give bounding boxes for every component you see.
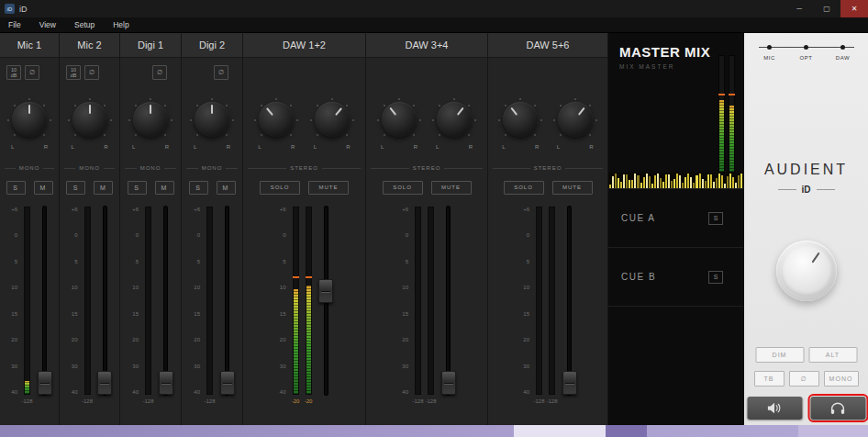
desktop-window-fragment bbox=[606, 425, 647, 437]
pan-knob[interactable]: L R bbox=[68, 98, 112, 155]
knob-body bbox=[259, 102, 294, 137]
scale-label: 40 bbox=[72, 389, 78, 395]
spectrum-bar bbox=[696, 175, 697, 188]
cue-row-a: CUE A S bbox=[608, 189, 743, 248]
fader-handle[interactable] bbox=[97, 371, 112, 395]
dim-button[interactable]: DIM bbox=[755, 347, 804, 363]
polarity-button[interactable]: ∅ bbox=[789, 371, 819, 387]
mute-button[interactable]: MUTE bbox=[552, 181, 593, 195]
fader-handle[interactable] bbox=[562, 371, 577, 395]
phase-button[interactable]: ∅ bbox=[84, 65, 99, 80]
pan-label-left: L bbox=[436, 144, 439, 150]
level-meter: -20 bbox=[306, 207, 312, 395]
pan-knob-left[interactable]: L R bbox=[254, 98, 298, 155]
mono-button[interactable]: MONO bbox=[824, 371, 859, 387]
fader-handle[interactable] bbox=[159, 371, 173, 395]
pad-button[interactable]: 10 dB bbox=[66, 65, 81, 80]
mode-line bbox=[565, 168, 603, 169]
volume-knob[interactable] bbox=[776, 241, 837, 301]
fader-handle[interactable] bbox=[318, 279, 333, 303]
cue-b-solo-button[interactable]: S bbox=[708, 271, 723, 284]
mode-label: MONO bbox=[79, 165, 100, 171]
solo-button[interactable]: S bbox=[128, 181, 147, 195]
fader-section: +6051015203040 -128 bbox=[60, 199, 119, 425]
menu-view[interactable]: View bbox=[39, 20, 56, 29]
scale-label: 30 bbox=[11, 364, 17, 369]
menu-setup[interactable]: Setup bbox=[74, 20, 95, 29]
pan-knob-left[interactable]: L R bbox=[377, 98, 421, 155]
channel-header: Digi 2 bbox=[182, 33, 242, 58]
headphones-output-button[interactable] bbox=[810, 397, 865, 420]
fader-handle[interactable] bbox=[220, 371, 235, 395]
source-opt[interactable]: OPT bbox=[796, 42, 818, 72]
pan-knob-right[interactable]: L R bbox=[553, 98, 597, 155]
pan-knob[interactable]: L R bbox=[128, 98, 172, 155]
scale-label: +6 bbox=[11, 207, 17, 212]
source-mic-label: MIC bbox=[763, 55, 775, 61]
menu-help[interactable]: Help bbox=[113, 20, 128, 29]
phase-button[interactable]: ∅ bbox=[214, 65, 228, 80]
pan-knob[interactable]: L R bbox=[190, 98, 234, 155]
mute-button[interactable]: M bbox=[34, 181, 53, 195]
master-meters bbox=[718, 55, 735, 173]
pan-label-left: L bbox=[11, 144, 14, 150]
knob-body bbox=[382, 102, 417, 137]
solo-button[interactable]: SOLO bbox=[504, 181, 544, 195]
spectrum-bar bbox=[702, 179, 704, 188]
scale-label: 0 bbox=[15, 232, 17, 238]
close-button[interactable]: ✕ bbox=[840, 0, 868, 17]
solo-button[interactable]: SOLO bbox=[260, 181, 300, 195]
solo-button[interactable]: S bbox=[189, 181, 208, 195]
menu-file[interactable]: File bbox=[8, 20, 21, 29]
mute-button[interactable]: M bbox=[94, 181, 113, 195]
mode-label: MONO bbox=[140, 165, 161, 171]
mute-button[interactable]: M bbox=[217, 181, 236, 195]
mode-row: MONO bbox=[182, 161, 242, 175]
scale-label: 15 bbox=[194, 311, 200, 317]
channel-strip-daw-3-4: DAW 3+4 L R L R STEREO SOLO MUTE +605101… bbox=[366, 33, 488, 425]
spectrum-bar bbox=[676, 174, 678, 188]
scale-label: 30 bbox=[132, 364, 139, 369]
phase-button[interactable]: ∅ bbox=[152, 65, 167, 80]
peak-indicator bbox=[306, 276, 312, 278]
monitor-row-2: TB ∅ MONO bbox=[754, 371, 859, 387]
meter-readout: -128 bbox=[21, 398, 32, 404]
cue-a-solo-button[interactable]: S bbox=[708, 212, 723, 225]
meter-fill bbox=[719, 100, 724, 172]
minimize-button[interactable]: ─ bbox=[785, 0, 813, 17]
pad-button[interactable]: 10 dB bbox=[6, 65, 21, 80]
mute-button[interactable]: M bbox=[155, 181, 174, 195]
spectrum-bar bbox=[671, 181, 673, 188]
source-mic[interactable]: MIC bbox=[759, 42, 781, 72]
pan-knob-right[interactable]: L R bbox=[432, 98, 476, 155]
maximize-button[interactable]: ▢ bbox=[813, 0, 840, 17]
talkback-button[interactable]: TB bbox=[754, 371, 785, 387]
solo-button[interactable]: SOLO bbox=[383, 181, 423, 195]
pan-knob[interactable]: L R bbox=[7, 98, 51, 155]
solo-button[interactable]: S bbox=[66, 181, 85, 195]
mute-button[interactable]: MUTE bbox=[431, 181, 472, 195]
scale-label: +6 bbox=[523, 207, 529, 212]
mode-row: STEREO bbox=[488, 161, 607, 175]
mode-label: STEREO bbox=[413, 165, 441, 171]
pan-knob-right[interactable]: L R bbox=[310, 98, 354, 155]
scale-label: 10 bbox=[523, 285, 529, 290]
solo-button[interactable]: S bbox=[6, 181, 26, 195]
knob-body bbox=[437, 102, 472, 137]
channel-strip-daw-5-6: DAW 5+6 L R L R STEREO SOLO MUTE +605101… bbox=[488, 33, 608, 425]
fader-handle[interactable] bbox=[38, 371, 52, 395]
alt-button[interactable]: ALT bbox=[808, 347, 857, 363]
pan-knob-left[interactable]: L R bbox=[498, 98, 542, 155]
source-daw[interactable]: DAW bbox=[832, 42, 854, 72]
phase-button[interactable]: ∅ bbox=[25, 65, 39, 80]
spectrum-bar bbox=[727, 176, 729, 188]
mute-button[interactable]: MUTE bbox=[308, 181, 349, 195]
scale-label: 15 bbox=[523, 311, 529, 317]
scale-label: 0 bbox=[74, 232, 77, 238]
speaker-output-button[interactable] bbox=[747, 397, 802, 420]
fader-rail bbox=[164, 207, 167, 395]
scale-label: +6 bbox=[72, 207, 78, 212]
fader-handle[interactable] bbox=[441, 371, 456, 395]
level-meter: -128 bbox=[549, 207, 555, 395]
spectrum-bar bbox=[738, 175, 740, 188]
